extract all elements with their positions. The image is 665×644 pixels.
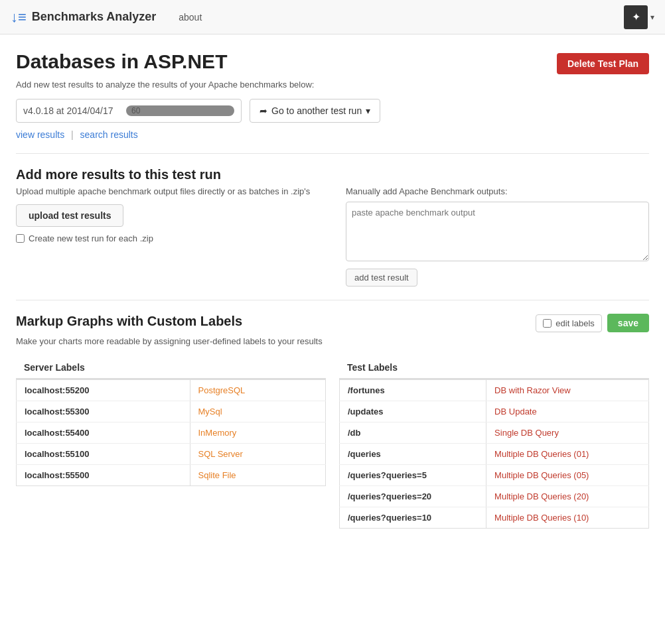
- upload-left: Upload multiple apache benchmark output …: [16, 186, 319, 243]
- server-key: localhost:55400: [17, 422, 190, 444]
- server-value: Sqlite File: [190, 465, 326, 486]
- main-content: Databases in ASP.NET Delete Test Plan Ad…: [0, 34, 665, 545]
- test-key: /queries?queries=10: [340, 507, 486, 529]
- test-run-value: v4.0.18 at 2014/04/17: [23, 105, 121, 116]
- table-row: /queries?queries=20 Multiple DB Queries …: [340, 486, 649, 507]
- test-run-input[interactable]: v4.0.18 at 2014/04/17 60: [16, 99, 242, 123]
- upload-test-results-button[interactable]: upload test results: [16, 204, 123, 227]
- server-value: PostgreSQL: [190, 380, 326, 401]
- table-row: localhost:55300 MySql: [17, 401, 326, 422]
- create-test-run-checkbox[interactable]: [16, 234, 25, 243]
- test-key: /fortunes: [340, 380, 486, 401]
- delete-test-plan-button[interactable]: Delete Test Plan: [557, 53, 649, 74]
- table-row: /queries?queries=10 Multiple DB Queries …: [340, 507, 649, 529]
- navbar-brand-text: Benchmarks Analyzer: [32, 10, 156, 24]
- links-separator: |: [71, 129, 74, 140]
- table-row: /updates DB Update: [340, 401, 649, 422]
- test-value: DB with Razor View: [486, 380, 649, 401]
- test-value: Multiple DB Queries (01): [486, 444, 649, 465]
- labels-title: Markup Graphs with Custom Labels: [16, 314, 242, 329]
- goto-btn-label: Go to another test run: [271, 105, 362, 116]
- test-key: /queries?queries=5: [340, 465, 486, 486]
- server-value: SQL Server: [190, 444, 326, 465]
- manual-add-label: Manually add Apache Benchmark outputs:: [346, 186, 649, 196]
- add-results-section: Add more results to this test run Upload…: [16, 153, 649, 287]
- avatar-icon: ✦: [632, 11, 640, 23]
- test-labels-table: /fortunes DB with Razor View /updates DB…: [339, 379, 649, 529]
- add-test-result-button[interactable]: add test result: [346, 269, 417, 287]
- navbar: ↓≡ Benchmarks Analyzer about ✦ ▾: [0, 0, 665, 34]
- navbar-about-link[interactable]: about: [172, 12, 208, 23]
- test-value: DB Update: [486, 401, 649, 422]
- test-key: /queries: [340, 444, 486, 465]
- table-row: localhost:55400 InMemory: [17, 422, 326, 444]
- checkbox-label: Create new test run for each .zip: [29, 233, 153, 243]
- navbar-brand[interactable]: ↓≡ Benchmarks Analyzer: [11, 9, 156, 26]
- page-header: Databases in ASP.NET Delete Test Plan: [16, 50, 649, 74]
- test-value: Single DB Query: [486, 422, 649, 444]
- navbar-dropdown-arrow[interactable]: ▾: [650, 13, 654, 22]
- labels-tables: Server Labels localhost:55200 PostgreSQL…: [16, 357, 649, 529]
- server-labels-container: Server Labels localhost:55200 PostgreSQL…: [16, 357, 326, 529]
- logo-icon: ↓≡: [11, 9, 27, 26]
- view-results-link[interactable]: view results: [16, 129, 64, 140]
- table-row: /db Single DB Query: [340, 422, 649, 444]
- add-results-title: Add more results to this test run: [16, 167, 649, 182]
- server-key: localhost:55500: [17, 465, 190, 486]
- test-run-badge: 60: [126, 105, 234, 116]
- goto-test-run-button[interactable]: ➦ Go to another test run ▾: [250, 99, 380, 123]
- table-row: localhost:55100 SQL Server: [17, 444, 326, 465]
- labels-subtitle: Make your charts more readable by assign…: [16, 336, 649, 346]
- table-row: /queries?queries=5 Multiple DB Queries (…: [340, 465, 649, 486]
- upload-area: Upload multiple apache benchmark output …: [16, 186, 649, 287]
- table-row: localhost:55200 PostgreSQL: [17, 380, 326, 401]
- avatar[interactable]: ✦: [624, 5, 648, 29]
- test-run-row: v4.0.18 at 2014/04/17 60 ➦ Go to another…: [16, 99, 649, 123]
- test-value: Multiple DB Queries (20): [486, 486, 649, 507]
- labels-header: Markup Graphs with Custom Labels edit la…: [16, 314, 649, 332]
- benchmark-textarea[interactable]: [346, 202, 649, 261]
- search-results-link[interactable]: search results: [80, 129, 138, 140]
- test-value: Multiple DB Queries (05): [486, 465, 649, 486]
- page-subtitle: Add new test results to analyze the resu…: [16, 80, 649, 90]
- server-value: InMemory: [190, 422, 326, 444]
- server-key: localhost:55200: [17, 380, 190, 401]
- table-row: localhost:55500 Sqlite File: [17, 465, 326, 486]
- table-row: /fortunes DB with Razor View: [340, 380, 649, 401]
- edit-labels-checkbox-row: edit labels: [536, 314, 602, 332]
- edit-labels-label: edit labels: [555, 318, 595, 328]
- test-labels-header: Test Labels: [339, 357, 649, 379]
- labels-section: Markup Graphs with Custom Labels edit la…: [16, 300, 649, 529]
- server-value: MySql: [190, 401, 326, 422]
- test-labels-container: Test Labels /fortunes DB with Razor View…: [339, 357, 649, 529]
- test-value: Multiple DB Queries (10): [486, 507, 649, 529]
- page-title: Databases in ASP.NET: [16, 50, 227, 73]
- links-row: view results | search results: [16, 129, 649, 140]
- server-labels-table: localhost:55200 PostgreSQL localhost:553…: [16, 379, 326, 486]
- save-labels-button[interactable]: save: [607, 314, 649, 332]
- labels-actions: edit labels save: [536, 314, 649, 332]
- server-labels-header: Server Labels: [16, 357, 326, 379]
- navbar-nav: about: [172, 12, 208, 23]
- goto-arrow-icon: ➦: [259, 105, 267, 116]
- upload-desc: Upload multiple apache benchmark output …: [16, 186, 319, 196]
- edit-labels-checkbox[interactable]: [543, 319, 552, 328]
- test-key: /updates: [340, 401, 486, 422]
- checkbox-row: Create new test run for each .zip: [16, 233, 319, 243]
- navbar-right: ✦ ▾: [624, 5, 654, 29]
- test-key: /queries?queries=20: [340, 486, 486, 507]
- test-key: /db: [340, 422, 486, 444]
- table-row: /queries Multiple DB Queries (01): [340, 444, 649, 465]
- server-key: localhost:55100: [17, 444, 190, 465]
- upload-right: Manually add Apache Benchmark outputs: a…: [346, 186, 649, 287]
- goto-dropdown-icon: ▾: [366, 105, 370, 116]
- server-key: localhost:55300: [17, 401, 190, 422]
